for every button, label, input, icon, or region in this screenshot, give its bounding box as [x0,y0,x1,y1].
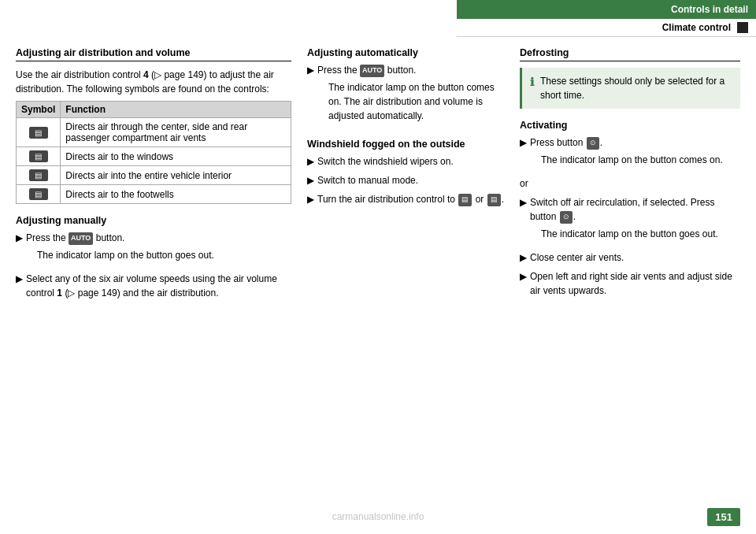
symbol-icon-a: ▤ [458,194,472,206]
climate-control-bar: Climate control [457,19,756,37]
table-header-function: Function [61,102,291,118]
windshield-bullet-1: ▶ Switch the windshield wipers on. [307,154,504,169]
symbol-table: Symbol Function ▤ Directs air through th… [16,101,291,204]
controls-in-detail-label: Controls in detail [671,4,748,15]
table-function-cell: Directs air to the footwells [61,185,291,204]
table-header-symbol: Symbol [17,102,61,118]
bullet-arrow-icon: ▶ [307,193,313,206]
bullet-content: Select any of the six air volume speeds … [26,272,291,300]
table-function-cell: Directs air to the windows [61,147,291,166]
recirculation-button-icon: ⊙ [560,211,573,224]
main-content: Adjusting air distribution and volume Us… [16,47,740,502]
auto-bullet-1: ▶ Press the AUTO button. The indicator l… [307,63,504,128]
windshield-title: Windshield fogged on the outside [307,139,504,150]
bullet-sub-text: The indicator lamp on the button comes o… [530,153,740,167]
table-row: ▤ Directs air to the footwells [17,185,291,204]
bullet-sub-text: The indicator lamp on the button goes ou… [530,227,740,241]
defrost-title: Defrosting [520,47,740,61]
header-area: Controls in detail Climate control [457,0,756,37]
table-symbol-cell: ▤ [17,166,61,185]
manual-bullet-1: ▶ Press the AUTO button. The indicator l… [16,231,291,267]
bullet-arrow-icon: ▶ [16,232,22,245]
bullet-arrow-icon: ▶ [307,174,313,187]
manual-title: Adjusting manually [16,215,291,226]
bullet-content: Press the AUTO button. The indicator lam… [26,231,291,267]
table-function-cell: Directs air through the center, side and… [61,118,291,147]
table-symbol-cell: ▤ [17,147,61,166]
table-symbol-cell: ▤ [17,118,61,147]
page-container: Controls in detail Climate control Adjus… [0,0,756,534]
symbol-icon-4: ▤ [29,188,48,200]
table-row: ▤ Directs air to the windows [17,147,291,166]
info-icon: ℹ [530,74,534,91]
bullet-arrow-icon: ▶ [520,196,526,210]
windshield-bullet-2: ▶ Switch to manual mode. [307,173,504,187]
manual-bullet-2: ▶ Select any of the six air volume speed… [16,272,291,300]
or-bullet-3: ▶ Open left and right side air vents and… [520,269,740,298]
or-bullet-1: ▶ Switch off air recirculation, if selec… [520,195,740,246]
left-section-title: Adjusting air distribution and volume [16,47,291,61]
climate-section-icon [737,22,748,33]
bullet-content: Press button ⊙. The indicator lamp on th… [530,135,740,172]
symbol-icon-1: ▤ [29,127,48,139]
press-button-icon: ⊙ [587,137,599,150]
bullet-content: Open left and right side air vents and a… [530,269,740,298]
activating-title: Activating [520,120,740,131]
page-number: 151 [707,508,740,526]
table-row: ▤ Directs air into the entire vehicle in… [17,166,291,185]
left-intro: Use the air distribution control 4 (▷ pa… [16,68,291,96]
table-row: ▤ Directs air through the center, side a… [17,118,291,147]
left-column: Adjusting air distribution and volume Us… [16,47,307,502]
bullet-content: Press the AUTO button. The indicator lam… [317,63,504,128]
climate-control-label: Climate control [662,22,731,33]
activating-bullet-1: ▶ Press button ⊙. The indicator lamp on … [520,135,740,172]
windshield-bullet-3: ▶ Turn the air distribution control to ▤… [307,192,504,206]
bullet-content: Switch off air recirculation, if selecte… [530,195,740,246]
info-text: These settings should only be selected f… [540,74,732,102]
bullet-content: Turn the air distribution control to ▤ o… [317,192,504,206]
auto-button-icon: AUTO [360,65,384,77]
symbol-icon-2: ▤ [29,150,48,162]
bullet-sub-text: The indicator lamp on the button goes ou… [26,248,291,262]
middle-column: Adjusting automatically ▶ Press the AUTO… [307,47,520,502]
controls-in-detail-bar: Controls in detail [457,0,756,19]
auto-button-icon: AUTO [69,232,93,245]
bullet-content: Close center air vents. [530,250,740,265]
table-symbol-cell: ▤ [17,185,61,204]
bullet-content: Switch to manual mode. [317,173,504,187]
table-function-cell: Directs air into the entire vehicle inte… [61,166,291,185]
auto-title: Adjusting automatically [307,47,504,58]
symbol-icon-b: ▤ [487,194,501,206]
bullet-content: Switch the windshield wipers on. [317,154,504,169]
or-bullet-2: ▶ Close center air vents. [520,250,740,265]
bullet-arrow-icon: ▶ [520,270,526,284]
bullet-arrow-icon: ▶ [307,155,313,169]
bullet-arrow-icon: ▶ [520,136,526,150]
bullet-arrow-icon: ▶ [307,64,313,77]
bullet-arrow-icon: ▶ [520,251,526,265]
bullet-arrow-icon: ▶ [16,273,22,286]
right-column: Defrosting ℹ These settings should only … [520,47,740,502]
or-text: or [520,176,740,191]
bullet-sub-text: The indicator lamp on the button comes o… [317,80,504,123]
symbol-icon-3: ▤ [29,169,48,181]
watermark: carmanualsonline.info [332,511,424,522]
info-box: ℹ These settings should only be selected… [520,68,740,109]
